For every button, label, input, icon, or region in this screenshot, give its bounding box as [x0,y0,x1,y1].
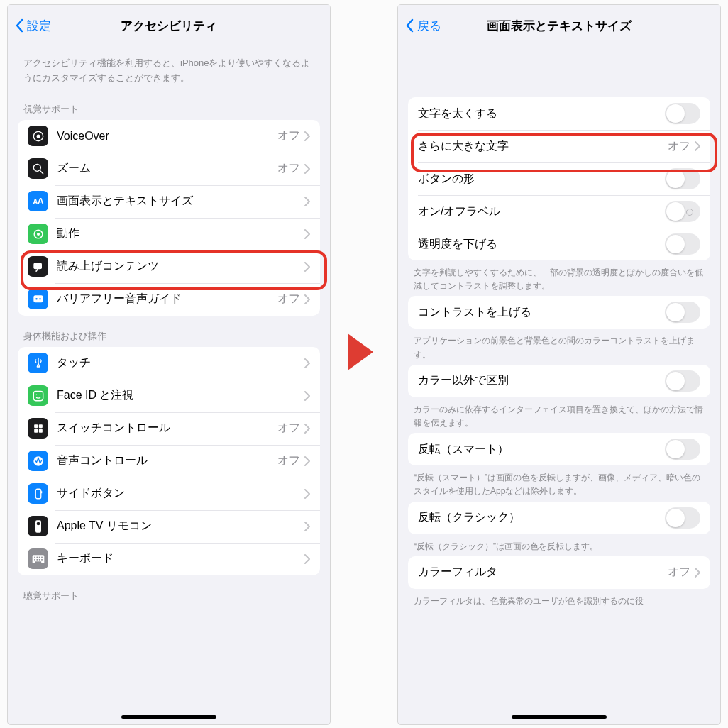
row-motion[interactable]: 動作 [18,218,320,250]
toggle-bold[interactable] [665,103,700,124]
row-appletv[interactable]: Apple TV リモコン [18,510,320,543]
toggle-contrast[interactable] [665,302,700,323]
section-header-vision: 視覚サポート [8,89,330,120]
row-smart[interactable]: 反転（スマート） [408,433,710,465]
row-sidebtn[interactable]: サイドボタン [18,478,320,510]
row-onoff[interactable]: オン/オフラベル [408,195,710,228]
home-indicator[interactable] [121,715,216,719]
chevron-right-icon [695,141,700,151]
toggle-diff[interactable] [665,370,700,392]
toggle-onoff[interactable] [665,201,700,222]
side-icon [28,483,48,504]
nav-bar: 設定 アクセシビリティ [8,5,330,46]
back-button[interactable]: 戻る [405,18,441,34]
row-display[interactable]: AA画面表示とテキストサイズ [18,185,320,218]
row-zoom[interactable]: ズームオフ [18,153,320,185]
row-audio-desc[interactable]: バリアフリー音声ガイドオフ [18,283,320,316]
chevron-right-icon [304,164,310,174]
row-value: オフ [277,161,300,176]
row-label: 画面表示とテキストサイズ [57,194,304,209]
group-text: 文字を太くするさらに大きな文字オフボタンの形オン/オフラベル透明度を下げる [408,97,710,260]
row-spoken[interactable]: 読み上げコンテンツ [18,250,320,283]
chevron-right-icon [304,522,310,531]
row-label: VoiceOver [57,130,277,143]
group-vision: VoiceOverオフズームオフAA画面表示とテキストサイズ動作読み上げコンテン… [18,120,320,316]
svg-rect-24 [38,556,40,558]
switch-icon [28,418,48,439]
row-touch[interactable]: タッチ [18,347,320,380]
face-icon [28,385,48,406]
speak-icon [28,256,48,277]
footer-contrast: アプリケーションの前景色と背景色との間のカラーコントラストを上げます。 [398,329,720,364]
row-label: コントラストを上げる [418,305,665,320]
row-keyboard[interactable]: キーボード [18,543,320,575]
toggle-reduce-trans[interactable] [665,233,700,255]
row-label: オン/オフラベル [418,204,665,219]
row-contrast[interactable]: コントラストを上げる [408,296,710,329]
chevron-right-icon [304,424,310,434]
toggle-btnshape[interactable] [665,168,700,189]
svg-point-20 [36,522,40,525]
row-switch[interactable]: スイッチコントロールオフ [18,412,320,445]
aa-icon: AA [28,191,48,211]
row-bold[interactable]: 文字を太くする [408,97,710,130]
back-button[interactable]: 設定 [15,18,51,34]
chevron-right-icon [304,358,310,368]
toggle-classic[interactable] [665,507,700,529]
row-btnshape[interactable]: ボタンの形 [408,162,710,195]
nav-bar: 戻る 画面表示とテキストサイズ [398,5,720,46]
home-indicator[interactable] [512,715,607,719]
svg-rect-23 [36,556,38,558]
row-classic[interactable]: 反転（クラシック） [408,502,710,534]
chevron-left-icon [15,18,23,33]
motion-icon [28,224,48,244]
toggle-smart[interactable] [665,439,700,460]
row-label: カラーフィルタ [418,565,668,580]
row-voiceover[interactable]: VoiceOverオフ [18,120,320,153]
row-label: さらに大きな文字 [418,139,668,154]
svg-rect-12 [34,424,38,428]
kbd-icon [28,548,48,569]
row-label: スイッチコントロール [57,421,277,436]
chevron-left-icon [405,18,414,33]
row-label: 音声コントロール [57,453,277,468]
row-label: タッチ [57,355,304,370]
row-filter[interactable]: カラーフィルタオフ [408,556,710,589]
row-label: Apple TV リモコン [57,519,304,534]
scroll-area[interactable]: 文字を太くするさらに大きな文字オフボタンの形オン/オフラベル透明度を下げる 文字… [398,46,720,725]
chevron-right-icon [304,229,310,239]
svg-rect-26 [34,559,35,561]
svg-rect-18 [40,491,42,493]
row-value: オフ [277,453,300,468]
svg-point-11 [39,394,40,395]
back-label: 戻る [417,18,441,34]
svg-rect-30 [35,561,40,563]
row-label: 文字を太くする [418,106,665,121]
row-voice-ctl[interactable]: 音声コントロールオフ [18,445,320,478]
row-label: 反転（スマート） [418,442,665,457]
page-title: アクセシビリティ [8,18,330,34]
row-label: 透明度を下げる [418,237,665,252]
row-label: キーボード [57,551,304,566]
chevron-right-icon [304,456,310,466]
svg-rect-25 [41,556,43,558]
row-diff[interactable]: カラー以外で区別 [408,365,710,397]
row-larger[interactable]: さらに大きな文字オフ [408,130,710,162]
arrow-right-icon [348,333,373,370]
intro-text: アクセシビリティ機能を利用すると、iPhoneをより使いやすくなるようにカスタマ… [8,46,330,89]
row-reduce-trans[interactable]: 透明度を下げる [408,228,710,260]
footer-transparency: 文字を判読しやすくするために、一部の背景の透明度とぼかしの度合いを低減してコント… [398,260,720,296]
svg-point-2 [33,164,40,171]
svg-rect-27 [36,559,38,561]
chevron-right-icon [304,489,310,499]
scroll-area[interactable]: アクセシビリティ機能を利用すると、iPhoneをより使いやすくなるようにカスタマ… [8,46,330,724]
svg-rect-29 [41,559,43,561]
chevron-right-icon [304,554,310,564]
svg-rect-17 [35,489,41,499]
row-value: オフ [277,421,300,436]
row-label: Face ID と注視 [57,388,304,403]
row-faceid[interactable]: Face ID と注視 [18,380,320,412]
svg-rect-22 [34,556,35,558]
svg-rect-15 [38,429,42,432]
footer-smart-invert: “反転（スマート）”は画面の色を反転しますが、画像、メディア、暗い色のスタイルを… [398,465,720,501]
